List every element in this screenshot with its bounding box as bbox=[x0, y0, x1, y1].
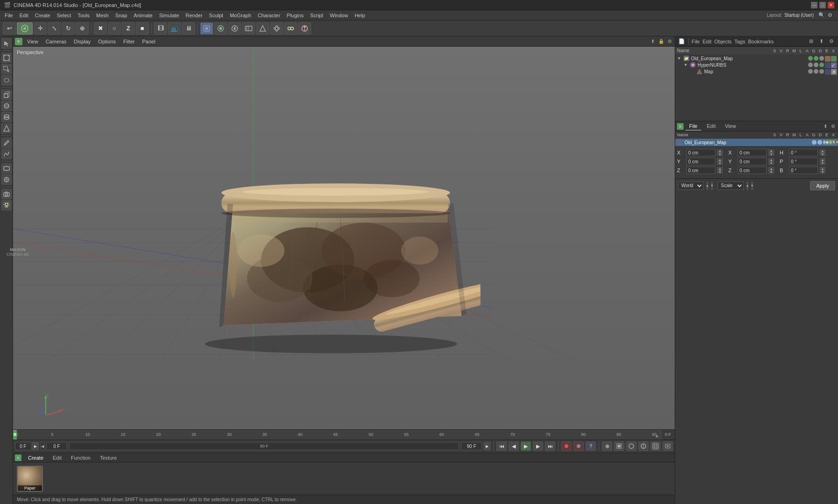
coord-z-pos-up[interactable]: ▲ bbox=[717, 167, 723, 170]
menu-create[interactable]: Create bbox=[32, 12, 53, 19]
coord-b-input[interactable] bbox=[789, 167, 818, 174]
menu-simulate[interactable]: Simulate bbox=[156, 12, 182, 19]
timeline-ruler[interactable]: 0 5 10 15 20 25 30 35 40 45 50 55 60 65 bbox=[13, 430, 675, 440]
rp-tab-objects[interactable]: Objects bbox=[714, 39, 732, 44]
coord-x-pos-up[interactable]: ▲ bbox=[717, 149, 723, 153]
coord-p-up[interactable]: ▲ bbox=[820, 158, 825, 161]
rp-search-icon[interactable]: 🔍 bbox=[818, 12, 825, 18]
tool-deformer[interactable] bbox=[1, 163, 12, 174]
mat-tab-texture[interactable]: Texture bbox=[97, 454, 119, 462]
coord-p-down[interactable]: ▼ bbox=[820, 161, 825, 165]
coord-system-spinner-down[interactable]: ▼ bbox=[711, 182, 713, 190]
mat-tab-function[interactable]: Function bbox=[68, 454, 93, 462]
obj-row-old-european-map[interactable]: ▼ 📁 Old_European_Map bbox=[675, 55, 838, 62]
rp-grid-icon[interactable]: ⊞ bbox=[807, 38, 815, 45]
play-button[interactable]: ▶ bbox=[521, 441, 531, 451]
coord-h-input[interactable] bbox=[789, 149, 818, 156]
undo-button[interactable]: ↩ bbox=[3, 22, 16, 35]
menu-plugins[interactable]: Plugins bbox=[284, 12, 307, 19]
rp-tab-file[interactable]: File bbox=[691, 39, 700, 44]
material-paper-item[interactable]: Paper bbox=[17, 466, 43, 492]
record-button[interactable] bbox=[561, 441, 572, 451]
menu-select[interactable]: Select bbox=[54, 12, 74, 19]
attr-dot-s[interactable] bbox=[812, 140, 817, 145]
vp-menu-panel[interactable]: Panel bbox=[140, 38, 158, 45]
obj-dot-v-nurbs[interactable] bbox=[814, 63, 818, 67]
attr-tag-1[interactable]: ⊞ bbox=[823, 140, 826, 145]
tool-cone[interactable] bbox=[1, 123, 12, 133]
obj-dot-r-map[interactable] bbox=[819, 56, 824, 61]
current-frame-input[interactable] bbox=[15, 442, 31, 450]
menu-tools[interactable]: Tools bbox=[75, 12, 92, 19]
coord-b-down[interactable]: ▼ bbox=[820, 170, 825, 174]
coord-system-spinner-up[interactable]: ▲ bbox=[706, 182, 708, 190]
coord-h-down[interactable]: ▼ bbox=[820, 153, 825, 156]
obj-dot-v-map[interactable] bbox=[814, 56, 818, 61]
minimize-button[interactable]: — bbox=[811, 2, 817, 8]
prev-frame-button[interactable]: ◀ bbox=[509, 441, 519, 451]
coord-y-rot-input[interactable] bbox=[738, 158, 767, 165]
attr-tab-file[interactable]: File bbox=[685, 122, 701, 131]
rotate-tool-button[interactable]: ↻ bbox=[62, 22, 75, 35]
render-view-button[interactable]: 📺 bbox=[168, 22, 181, 35]
maximize-button[interactable]: □ bbox=[819, 2, 826, 8]
tool-light[interactable] bbox=[1, 200, 12, 210]
coord-z-pos-down[interactable]: ▼ bbox=[717, 170, 723, 174]
attr-tag-3[interactable]: ⊡ bbox=[829, 140, 832, 145]
tool-btn-c[interactable] bbox=[228, 22, 241, 35]
tool-spline[interactable] bbox=[1, 149, 12, 159]
stop-record-button[interactable] bbox=[573, 441, 584, 451]
tool-cylinder[interactable] bbox=[1, 112, 12, 122]
start-frame-input[interactable] bbox=[46, 442, 67, 450]
vp-lock-icon[interactable]: 🔒 bbox=[658, 39, 664, 44]
circle-tool-button[interactable]: ○ bbox=[108, 22, 121, 35]
menu-window[interactable]: Window bbox=[327, 12, 351, 19]
dope-sheet-button[interactable] bbox=[650, 441, 661, 451]
tag-nurbs-1[interactable] bbox=[825, 63, 831, 68]
obj-row-hypernurbs[interactable]: ▼ ◉ HyperNURBS ✓ bbox=[675, 62, 838, 68]
rp-tab-bookmarks[interactable]: Bookmarks bbox=[748, 39, 774, 44]
attr-panel-icon[interactable]: ≡ bbox=[677, 123, 684, 130]
vp-menu-display[interactable]: Display bbox=[71, 38, 93, 45]
attr-tag-x[interactable]: ✕ bbox=[836, 140, 838, 145]
rp-tab-edit[interactable]: Edit bbox=[703, 39, 712, 44]
obj-dot-r-nurbs[interactable] bbox=[819, 63, 824, 67]
motion-path-button[interactable] bbox=[626, 441, 636, 451]
coord-h-up[interactable]: ▲ bbox=[820, 149, 825, 153]
viewport-3d[interactable]: Perspective Y X Z bbox=[13, 47, 675, 429]
frame-arrow[interactable]: ◀ bbox=[41, 442, 44, 450]
menu-script[interactable]: Script bbox=[307, 12, 326, 19]
end-frame-stepper[interactable]: ▶ bbox=[484, 442, 490, 450]
move-tool-button[interactable]: ✛ bbox=[34, 22, 47, 35]
coord-z-rot-input[interactable] bbox=[738, 167, 767, 174]
tool-lasso[interactable] bbox=[1, 75, 12, 85]
coord-x-rot-up[interactable]: ▲ bbox=[768, 149, 774, 153]
transform-mode-down[interactable]: ▼ bbox=[751, 182, 753, 190]
mode-active-button[interactable] bbox=[17, 22, 33, 35]
coord-y-pos-down[interactable]: ▼ bbox=[717, 161, 723, 165]
coord-x-rot-input[interactable] bbox=[738, 149, 767, 156]
scale-tool-button[interactable]: ⤡ bbox=[48, 22, 61, 35]
obj-dot-s-map-child[interactable] bbox=[808, 69, 813, 74]
obj-dot-r-map-child[interactable] bbox=[819, 69, 824, 74]
attr-dot-v[interactable] bbox=[817, 140, 822, 145]
menu-file[interactable]: File bbox=[2, 12, 16, 19]
go-to-end-button[interactable]: ⏭ bbox=[545, 441, 555, 451]
motion-clip-button[interactable] bbox=[663, 441, 673, 451]
keyframe-add-button[interactable]: ⊕ bbox=[602, 441, 612, 451]
tool-material[interactable] bbox=[1, 175, 12, 185]
xmark-tool-button[interactable]: ✖ bbox=[94, 22, 107, 35]
tool-sphere[interactable] bbox=[1, 101, 12, 111]
timeline-scrubber[interactable]: 90 F bbox=[69, 442, 459, 450]
vp-menu-cameras[interactable]: Cameras bbox=[43, 38, 70, 45]
help-button[interactable]: ? bbox=[586, 441, 596, 451]
coord-system-select[interactable]: World Local Object bbox=[678, 182, 704, 190]
apply-button[interactable]: Apply bbox=[810, 181, 835, 190]
menu-sculpt[interactable]: Sculpt bbox=[206, 12, 226, 19]
obj-dot-s-nurbs[interactable] bbox=[808, 63, 813, 67]
close-button[interactable]: ✕ bbox=[828, 2, 834, 8]
attr-expand-icon[interactable]: ⬆ bbox=[824, 124, 827, 129]
coord-y-rot-down[interactable]: ▼ bbox=[768, 161, 774, 165]
next-frame-button[interactable]: ▶ bbox=[533, 441, 543, 451]
mat-tab-create[interactable]: Create bbox=[25, 454, 46, 462]
